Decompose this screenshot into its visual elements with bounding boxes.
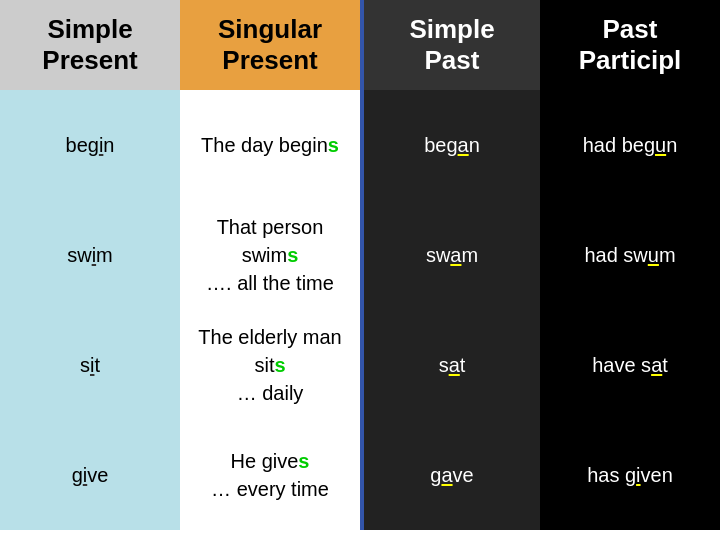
header-past-participle: Past Participl [540,0,720,90]
row4-past-participle: has given [540,420,720,530]
row3-simple-past-text: sat [439,351,466,379]
row1-simple-past-text: began [424,131,480,159]
header-simple-present: Simple Present [0,0,180,90]
row1-simple-past: began [360,90,540,200]
row2-singular-present: That person swims …. all the time [180,200,360,310]
header-col4-line2: Participl [579,45,682,76]
header-col3-line2: Past [425,45,480,76]
row1-singular-present-text: The day begins [201,131,339,159]
row1-past-participle: had begun [540,90,720,200]
row4-simple-present: give [0,420,180,530]
row2-simple-present-text: swim [67,241,113,269]
row2-simple-past: swam [360,200,540,310]
header-col1-line1: Simple [47,14,132,45]
header-simple-past: Simple Past [360,0,540,90]
row2-past-participle-text: had swum [584,241,675,269]
header-col2-line2: Present [222,45,317,76]
row4-singular-present: He gives … every time [180,420,360,530]
row2-past-participle: had swum [540,200,720,310]
row4-simple-past: gave [360,420,540,530]
row2-singular-present-line2: …. all the time [206,269,334,297]
row4-singular-present-line1: He gives [231,447,310,475]
row4-simple-present-text: give [72,461,109,489]
main-grid: Simple Present Singular Present Simple P… [0,0,720,540]
row1-simple-present-text: begin [66,131,115,159]
row3-simple-present-text: sit [80,351,100,379]
row4-simple-past-text: gave [430,461,473,489]
row3-singular-present: The elderly man sits … daily [180,310,360,420]
row2-simple-past-text: swam [426,241,478,269]
row3-simple-present: sit [0,310,180,420]
header-col2-line1: Singular [218,14,322,45]
row1-past-participle-text: had begun [583,131,678,159]
row3-simple-past: sat [360,310,540,420]
header-singular-present: Singular Present [180,0,360,90]
row4-singular-present-line2: … every time [211,475,329,503]
header-col3-line1: Simple [409,14,494,45]
row4-past-participle-text: has given [587,461,673,489]
row2-simple-present: swim [0,200,180,310]
header-col4-line1: Past [603,14,658,45]
row1-simple-present: begin [0,90,180,200]
row3-singular-present-line1: The elderly man sits [188,323,352,379]
row1-singular-present: The day begins [180,90,360,200]
row3-past-participle: have sat [540,310,720,420]
row3-past-participle-text: have sat [592,351,668,379]
row2-singular-present-line1: That person swims [188,213,352,269]
row3-singular-present-line2: … daily [237,379,304,407]
header-col1-line2: Present [42,45,137,76]
